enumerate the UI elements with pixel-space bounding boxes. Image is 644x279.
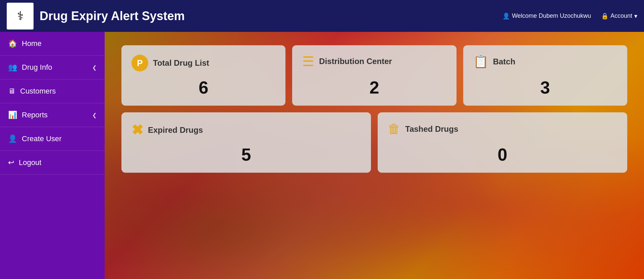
x-icon: ✖ xyxy=(131,122,143,138)
create-user-icon: 👤 xyxy=(8,134,17,143)
home-icon: 🏠 xyxy=(8,39,17,48)
card-total-drug-list[interactable]: P Total Drug List 6 xyxy=(121,45,285,106)
welcome-text: Welcome Dubem Uzochukwu xyxy=(512,12,591,19)
sidebar-label-reports: Reports xyxy=(22,111,48,119)
sidebar-label-customers: Customers xyxy=(20,87,56,96)
account-dropdown[interactable]: 🔒 Account ▾ xyxy=(601,12,637,20)
card-value-total-drug: 6 xyxy=(199,77,208,98)
card-tashed-drugs[interactable]: 🗑 Tashed Drugs 0 xyxy=(378,112,627,173)
sidebar-item-home[interactable]: 🏠 Home xyxy=(0,32,105,56)
card-header-expired: ✖ Expired Drugs xyxy=(131,122,361,138)
chevron-right-icon: ❮ xyxy=(92,64,97,71)
list-icon: ☰ xyxy=(302,55,314,68)
pill-icon: P xyxy=(131,55,148,71)
bottom-cards-row: ✖ Expired Drugs 5 🗑 Tashed Drugs 0 xyxy=(121,112,627,173)
sidebar-item-drug-info[interactable]: 👥 Drug Info ❮ xyxy=(0,56,105,79)
card-label-expired: Expired Drugs xyxy=(148,125,203,135)
account-label: Account xyxy=(610,12,632,19)
card-expired-drugs[interactable]: ✖ Expired Drugs 5 xyxy=(121,112,371,173)
card-value-expired: 5 xyxy=(241,145,251,165)
cards-container: P Total Drug List 6 ☰ Distribution Cente… xyxy=(105,32,644,186)
sidebar: 🏠 Home 👥 Drug Info ❮ 🖥 Customers 📊 Repor… xyxy=(0,32,105,279)
chevron-down-icon: ▾ xyxy=(634,12,637,20)
sidebar-label-create-user: Create User xyxy=(22,134,62,143)
sidebar-item-logout[interactable]: ↩ Logout xyxy=(0,151,105,175)
card-header-total-drug: P Total Drug List xyxy=(131,55,275,71)
card-header-tashed: 🗑 Tashed Drugs xyxy=(388,122,617,136)
header: ⚕ Drug Expiry Alert System 👤 Welcome Dub… xyxy=(0,0,644,32)
lock-icon: 🔒 xyxy=(601,12,608,20)
drug-info-icon: 👥 xyxy=(8,63,17,72)
logo-box: ⚕ xyxy=(7,3,34,30)
sidebar-item-create-user[interactable]: 👤 Create User xyxy=(0,127,105,151)
card-header-distribution: ☰ Distribution Center xyxy=(302,55,446,68)
sidebar-item-reports[interactable]: 📊 Reports ❮ xyxy=(0,103,105,127)
card-label-distribution: Distribution Center xyxy=(319,57,392,66)
header-right: 👤 Welcome Dubem Uzochukwu 🔒 Account ▾ xyxy=(502,12,637,20)
app-title: Drug Expiry Alert System xyxy=(40,9,185,23)
content-area: P Total Drug List 6 ☰ Distribution Cente… xyxy=(105,32,644,279)
sidebar-item-customers[interactable]: 🖥 Customers xyxy=(0,79,105,103)
chevron-right-icon-2: ❮ xyxy=(92,112,97,118)
card-value-distribution: 2 xyxy=(370,77,379,98)
card-value-tashed: 0 xyxy=(498,145,507,165)
trash-icon: 🗑 xyxy=(388,122,400,136)
card-header-batch: 📋 Batch xyxy=(473,55,617,69)
header-left: ⚕ Drug Expiry Alert System xyxy=(7,3,185,30)
customers-icon: 🖥 xyxy=(8,87,15,96)
sidebar-label-logout: Logout xyxy=(19,158,41,167)
card-value-batch: 3 xyxy=(540,77,550,98)
reports-icon: 📊 xyxy=(8,111,17,119)
card-distribution-center[interactable]: ☰ Distribution Center 2 xyxy=(292,45,456,106)
user-icon: 👤 xyxy=(502,12,510,20)
sidebar-label-drug-info: Drug Info xyxy=(22,63,52,72)
sidebar-label-home: Home xyxy=(22,39,42,48)
book-icon: 📋 xyxy=(473,55,488,69)
card-label-total-drug: Total Drug List xyxy=(153,58,209,68)
card-label-batch: Batch xyxy=(493,57,516,66)
card-label-tashed: Tashed Drugs xyxy=(405,124,458,134)
card-batch[interactable]: 📋 Batch 3 xyxy=(463,45,627,106)
welcome-text-area: 👤 Welcome Dubem Uzochukwu xyxy=(502,12,591,20)
logo-icon: ⚕ xyxy=(17,9,23,23)
main-layout: 🏠 Home 👥 Drug Info ❮ 🖥 Customers 📊 Repor… xyxy=(0,32,644,279)
logout-icon: ↩ xyxy=(8,158,14,167)
